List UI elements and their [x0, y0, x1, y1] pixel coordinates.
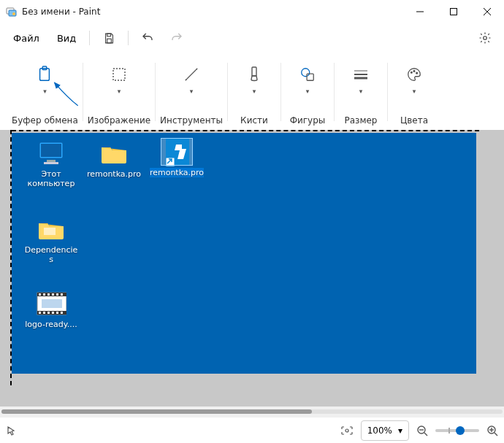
svg-rect-24 — [47, 160, 56, 162]
svg-rect-36 — [56, 293, 58, 296]
undo-button[interactable] — [134, 26, 161, 50]
svg-rect-32 — [39, 293, 41, 296]
close-button[interactable] — [470, 0, 504, 23]
monitor-icon — [36, 140, 66, 166]
chevron-down-icon: ▾ — [190, 88, 194, 95]
folder-icon — [36, 216, 66, 242]
tools-tool[interactable]: ▾ — [169, 58, 213, 102]
folder-icon — [99, 140, 129, 166]
svg-point-45 — [345, 429, 348, 432]
titlebar: Без имени - Paint — [0, 0, 504, 23]
clipboard-tool[interactable]: ▾ — [23, 58, 66, 102]
work-area: Этот компьютер remontka.pro remontka.pro… — [0, 130, 504, 407]
scrollbar-thumb[interactable] — [1, 409, 312, 414]
select-tool[interactable]: ▾ — [97, 58, 141, 102]
cursor-icon — [6, 425, 16, 436]
group-label: Инструменты — [160, 115, 223, 126]
chevron-down-icon: ▾ — [413, 88, 416, 95]
svg-point-9 — [484, 36, 487, 40]
lines-icon — [352, 66, 370, 83]
group-label: Фигуры — [290, 115, 326, 126]
svg-point-20 — [413, 71, 415, 72]
fit-screen-button[interactable] — [340, 425, 354, 436]
icon-label: logo-ready.... — [25, 320, 77, 329]
svg-rect-34 — [47, 293, 50, 296]
svg-point-2 — [12, 12, 15, 15]
window-title: Без имени - Paint — [22, 7, 100, 17]
minimize-button[interactable] — [403, 0, 437, 23]
pencil-icon — [183, 66, 200, 83]
zoom-slider[interactable] — [435, 429, 479, 432]
group-label: Цвета — [400, 115, 428, 126]
size-tool[interactable]: ▾ — [339, 58, 383, 102]
svg-rect-37 — [61, 293, 63, 296]
svg-rect-40 — [47, 312, 50, 314]
chevron-down-icon: ▾ — [43, 88, 47, 95]
app-icon — [6, 6, 18, 18]
svg-point-21 — [416, 72, 418, 74]
svg-rect-4 — [451, 9, 457, 15]
horizontal-scrollbar[interactable] — [0, 407, 504, 417]
svg-rect-7 — [107, 34, 110, 36]
icon-label: remontka.pro — [150, 168, 204, 177]
group-tools: ▾ Инструменты — [156, 58, 227, 126]
group-size: ▾ Размер — [335, 58, 387, 126]
svg-rect-33 — [43, 293, 45, 296]
svg-rect-15 — [307, 74, 313, 80]
chevron-down-icon: ▾ — [118, 88, 121, 95]
colors-tool[interactable]: ▾ — [392, 58, 436, 102]
chevron-down-icon: ▾ — [398, 425, 402, 436]
svg-rect-42 — [56, 312, 58, 314]
canvas[interactable]: Этот компьютер remontka.pro remontka.pro… — [12, 133, 476, 374]
svg-line-50 — [495, 433, 497, 436]
shortcut-icon — [161, 139, 192, 165]
menu-view[interactable]: Вид — [50, 28, 83, 48]
icon-label: Этот компьютер — [23, 169, 80, 188]
group-image: ▾ Изображение — [83, 58, 155, 126]
shapes-tool[interactable]: ▾ — [286, 58, 329, 102]
palette-icon — [405, 66, 423, 83]
menu-file[interactable]: Файл — [6, 28, 47, 48]
chevron-down-icon: ▾ — [306, 88, 310, 95]
svg-rect-13 — [252, 67, 256, 76]
desktop-icon-this-pc: Этот компьютер — [22, 140, 80, 188]
redo-button[interactable] — [164, 26, 190, 50]
group-label: Буфер обмена — [12, 115, 78, 126]
chevron-down-icon: ▾ — [253, 88, 256, 95]
group-label: Кисти — [240, 115, 268, 126]
svg-line-47 — [424, 433, 427, 436]
clipboard-icon — [36, 66, 53, 83]
group-clipboard: ▾ Буфер обмена — [7, 58, 83, 126]
brush-icon — [245, 66, 263, 83]
canvas-border-top — [12, 130, 479, 131]
desktop-icon-shortcut-selected: remontka.pro — [148, 139, 206, 177]
zoom-out-button[interactable] — [416, 425, 428, 436]
chevron-down-icon: ▾ — [359, 88, 363, 95]
maximize-button[interactable] — [437, 0, 470, 23]
zoom-slider-thumb[interactable] — [456, 426, 465, 435]
zoom-in-button[interactable] — [486, 425, 498, 436]
svg-point-19 — [411, 72, 412, 73]
svg-rect-25 — [44, 162, 58, 164]
svg-rect-44 — [42, 299, 62, 308]
status-bar: 100% ▾ — [0, 417, 504, 443]
group-brushes: ▾ Кисти — [228, 58, 280, 126]
group-colors: ▾ Цвета — [388, 58, 440, 126]
svg-rect-41 — [52, 312, 54, 314]
svg-rect-38 — [39, 312, 41, 314]
save-button[interactable] — [96, 26, 122, 50]
settings-button[interactable] — [472, 26, 498, 50]
svg-rect-39 — [43, 312, 45, 314]
desktop-icon-folder: remontka.pro — [85, 140, 143, 179]
zoom-dropdown[interactable]: 100% ▾ — [361, 420, 409, 441]
svg-rect-12 — [113, 69, 125, 80]
brushes-tool[interactable]: ▾ — [232, 58, 276, 102]
icon-label: remontka.pro — [87, 169, 141, 179]
svg-rect-43 — [61, 312, 63, 314]
svg-point-14 — [302, 69, 310, 77]
video-icon — [36, 290, 66, 317]
svg-rect-8 — [107, 39, 111, 43]
menubar: Файл Вид — [0, 23, 504, 53]
desktop-icon-folder-deps: Dependencies — [22, 216, 80, 264]
group-shapes: ▾ Фигуры — [281, 58, 334, 126]
